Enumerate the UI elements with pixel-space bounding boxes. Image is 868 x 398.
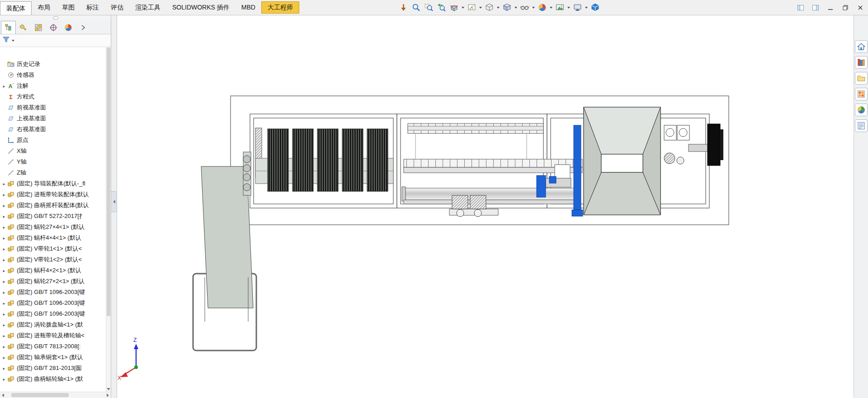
- propertymanager-tab[interactable]: [16, 21, 31, 34]
- zoom-area-icon[interactable]: [423, 1, 434, 14]
- previous-view-icon[interactable]: [436, 1, 447, 14]
- expand-arrow-icon[interactable]: ▸: [1, 333, 7, 338]
- view-orientation-icon-caret[interactable]: [497, 7, 500, 9]
- expand-arrow-icon[interactable]: ▸: [1, 192, 7, 197]
- scroll-right-button[interactable]: [105, 392, 111, 398]
- filter-caret-icon[interactable]: [12, 40, 14, 42]
- expand-arrow-icon[interactable]: ▸: [1, 246, 7, 251]
- tree-item-11[interactable]: Z轴: [0, 167, 106, 178]
- scroll-left-button[interactable]: [0, 392, 6, 398]
- panel-splitter[interactable]: [111, 15, 117, 398]
- expand-arrow-icon[interactable]: ▸: [1, 377, 7, 382]
- expand-arrow-icon[interactable]: ▸: [1, 279, 7, 284]
- close-button[interactable]: [854, 2, 866, 13]
- panel-collapse-tab[interactable]: [111, 191, 117, 212]
- expand-arrow-icon[interactable]: ▸: [1, 312, 7, 317]
- expand-arrow-icon[interactable]: ▸: [1, 225, 7, 230]
- view-orientation-icon[interactable]: [484, 1, 495, 14]
- scroll-down-button[interactable]: [106, 387, 111, 392]
- tree-horizontal-scrollbar[interactable]: [0, 392, 111, 398]
- tree-root-item[interactable]: 洗瓶机总装 (默认<显示状态-: [0, 48, 106, 59]
- horizontal-scroll-track[interactable]: [6, 392, 105, 398]
- display-style-icon-caret[interactable]: [514, 7, 517, 9]
- expand-arrow-icon[interactable]: ▸: [1, 236, 7, 241]
- vertical-scroll-thumb[interactable]: [107, 47, 110, 316]
- tree-item-20[interactable]: ▸(固定) 蜗杆4×2<1> (默认: [0, 265, 106, 276]
- custom-properties-icon[interactable]: [855, 119, 868, 132]
- expand-tabs-button[interactable]: [75, 21, 90, 34]
- tree-item-5[interactable]: 前视基准面: [0, 102, 106, 113]
- tree-item-22[interactable]: ▸(固定) GB/T 1096-2003[键: [0, 287, 106, 298]
- dynamic-annotation-views-icon[interactable]: A: [466, 1, 477, 14]
- menu-item-7[interactable]: MBD: [236, 1, 261, 14]
- section-view-icon[interactable]: [448, 1, 460, 14]
- hide-show-items-icon-caret[interactable]: [532, 7, 535, 9]
- dimxpertmanager-tab[interactable]: [46, 21, 61, 34]
- tree-item-8[interactable]: 原点: [0, 135, 106, 146]
- appearances-scenes-icon[interactable]: [855, 104, 868, 116]
- hopper[interactable]: [584, 107, 660, 215]
- tree-item-30[interactable]: ▸(固定) 曲柄蜗轮轴<1> (默: [0, 374, 106, 384]
- tree-item-3[interactable]: ▸A注解: [0, 81, 106, 91]
- zoom-fit-icon[interactable]: [410, 1, 422, 14]
- expand-arrow-icon[interactable]: ▸: [1, 268, 7, 273]
- file-explorer-icon[interactable]: [855, 72, 868, 85]
- tree-item-1[interactable]: 历史记录: [0, 59, 106, 70]
- expand-arrow-icon[interactable]: ▸: [1, 355, 7, 360]
- tree-item-14[interactable]: ▸(固定) 曲柄摇杆装配体(默认: [0, 200, 106, 211]
- menu-item-3[interactable]: 标注: [80, 1, 105, 14]
- view-palette-icon[interactable]: [855, 88, 868, 100]
- tree-item-18[interactable]: ▸(固定) V带轮1<1> (默认<: [0, 243, 106, 254]
- expand-arrow-icon[interactable]: ▸: [1, 366, 7, 371]
- view-settings-icon-caret[interactable]: [585, 7, 588, 9]
- tree-item-25[interactable]: ▸(固定) 涡轮拨盘轴<1> (默: [0, 319, 106, 330]
- brush-section[interactable]: [255, 129, 393, 191]
- tree-item-17[interactable]: ▸(固定) 蜗杆4×4<1> (默认: [0, 232, 106, 243]
- expand-arrow-icon[interactable]: ▸: [1, 203, 7, 208]
- dynamic-annotation-views-icon-caret[interactable]: [479, 7, 482, 9]
- tree-item-7[interactable]: 右视基准面: [0, 124, 106, 135]
- tree-vertical-scrollbar[interactable]: [106, 47, 111, 392]
- edit-appearance-icon[interactable]: [537, 1, 548, 14]
- tree-item-16[interactable]: ▸(固定) 蜗轮27×4<1> (默认: [0, 222, 106, 232]
- section-view-icon-caret[interactable]: [462, 7, 464, 9]
- expand-arrow-icon[interactable]: ▸: [1, 84, 7, 89]
- apply-scene-icon[interactable]: [554, 1, 566, 14]
- tree-item-23[interactable]: ▸(固定) GB/T 1096-2003[键: [0, 298, 106, 308]
- pane-toggle-right-icon[interactable]: [809, 2, 821, 13]
- menu-item-2[interactable]: 草图: [56, 1, 80, 14]
- hide-show-items-icon[interactable]: [519, 1, 530, 14]
- menu-item-4[interactable]: 评估: [105, 1, 129, 14]
- expand-arrow-icon[interactable]: ▸: [1, 290, 7, 295]
- tree-item-15[interactable]: ▸(固定) GB/T 5272-2017[扌: [0, 211, 106, 222]
- tree-item-19[interactable]: ▸(固定) V带轮1<2> (默认<: [0, 254, 106, 265]
- view-settings-icon[interactable]: [572, 1, 583, 14]
- tree-item-28[interactable]: ▸(固定) 轴承铜套<1> (默认: [0, 352, 106, 363]
- expand-arrow-icon[interactable]: ▸: [1, 301, 7, 306]
- tree-item-21[interactable]: ▸(固定) 蜗轮27×2<1> (默认: [0, 276, 106, 287]
- filter-funnel-icon[interactable]: [2, 36, 10, 45]
- apply-scene-icon-caret[interactable]: [567, 7, 570, 9]
- tree-item-6[interactable]: 上视基准面: [0, 113, 106, 124]
- tree-item-2[interactable]: 传感器: [0, 70, 106, 81]
- minimize-button[interactable]: [824, 2, 836, 13]
- edit-appearance-icon-caret[interactable]: [550, 7, 552, 9]
- tree-item-9[interactable]: X轴: [0, 146, 106, 156]
- tree-item-4[interactable]: Σ方程式: [0, 91, 106, 102]
- expand-arrow-icon[interactable]: ▸: [1, 344, 7, 349]
- design-library-icon[interactable]: [855, 56, 868, 69]
- update-model-icon[interactable]: [398, 1, 409, 14]
- expand-arrow-icon[interactable]: ▸: [1, 214, 7, 219]
- pane-toggle-left-icon[interactable]: [794, 2, 807, 13]
- graphics-viewport[interactable]: Z X: [117, 15, 854, 398]
- tree-item-27[interactable]: ▸(固定) GB/T 7813-2008[:: [0, 341, 106, 352]
- expand-arrow-icon[interactable]: ▸: [1, 181, 7, 186]
- restore-button[interactable]: [839, 2, 851, 13]
- tree-item-12[interactable]: ▸(固定) 导辊装配体(默认-_fl: [0, 178, 106, 189]
- featuremanager-tree-tab[interactable]: [1, 21, 16, 34]
- expand-arrow-icon[interactable]: ▸: [1, 322, 7, 327]
- display-style-icon[interactable]: [501, 1, 513, 14]
- configurationmanager-tab[interactable]: [31, 21, 46, 34]
- expand-arrow-icon[interactable]: ▸: [1, 257, 7, 262]
- tree-item-24[interactable]: ▸(固定) GB/T 1096-2003[键: [0, 308, 106, 319]
